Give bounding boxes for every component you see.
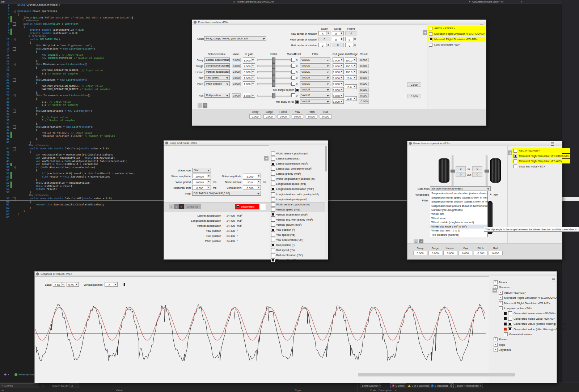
signal-checkbox[interactable]	[271, 253, 275, 257]
signal-checkbox[interactable]	[271, 228, 275, 232]
signal-checkbox[interactable]	[271, 197, 275, 201]
fold-marker[interactable]: -	[13, 78, 16, 82]
signal-checkbox[interactable]	[271, 187, 275, 191]
window-pose-from-suspension[interactable]: Pose from suspension <P2> 0 0 0 0 In Out…	[407, 141, 562, 260]
tree-item[interactable]: +Generated values	[504, 332, 532, 336]
menu-icon[interactable]	[551, 142, 554, 146]
h-scrollbar-thumb[interactable]	[358, 373, 515, 376]
wheelbase-spinner[interactable]	[489, 192, 493, 197]
filter-combo[interactable]: VALUE	[300, 81, 330, 86]
in-gain-spin[interactable]: 8.000	[243, 69, 255, 74]
errorlist-col-description[interactable]: Description	[379, 389, 392, 392]
run-icon[interactable]	[4, 373, 7, 376]
titlebar[interactable]: Loop and noise <S0>	[164, 141, 328, 146]
dropdown-item[interactable]: Suspension travel speed (values shown in…	[430, 195, 487, 199]
tree-item[interactable]: Generated value (after filtering) <S0.VF…	[504, 327, 566, 331]
record-button[interactable]	[179, 204, 184, 209]
collapse-panel-button[interactable]: ◀	[264, 156, 269, 161]
reset-value[interactable]: 0	[295, 94, 299, 97]
menu-icon[interactable]	[552, 278, 555, 281]
field-spin[interactable]: 0.000	[243, 185, 261, 190]
source-checkbox[interactable]	[429, 38, 432, 41]
signal-checkbox[interactable]	[271, 248, 275, 252]
disconnect-checkbox[interactable]	[236, 205, 240, 208]
window-graphics-of-values[interactable]: Graphics of values <V1> Scale 0.20 5.00 …	[34, 271, 557, 383]
filter-combo[interactable]: VALUE	[300, 57, 330, 62]
source-item[interactable]: ABC!!! <S2REE>	[428, 26, 486, 31]
menu-icon[interactable]	[480, 22, 483, 25]
rotation-value-spin[interactable]: 0	[345, 43, 357, 47]
nav-arrows[interactable]: ‹ ›	[42, 384, 44, 388]
signal-checkbox[interactable]	[271, 223, 275, 227]
window-loop-and-noise[interactable]: Loop and noise <S0> Wave typeSineWave am…	[164, 140, 328, 260]
errors-filter-button[interactable]: ✕0 Errors	[390, 383, 406, 388]
out-gain-spin[interactable]: 1.000	[333, 99, 344, 104]
in-gain-spin[interactable]: 8.000	[243, 57, 255, 62]
selected-value-combo[interactable]: Lateral acceleration	[204, 57, 230, 62]
series-checkbox[interactable]	[508, 317, 512, 321]
out-gain-spin[interactable]: 1.000	[333, 69, 344, 74]
rotation-value-spin[interactable]: 0	[318, 31, 330, 35]
dropdown-item[interactable]: Suspension travel position (values shown…	[430, 200, 487, 204]
titlebar[interactable]: Pose from motion <P0>	[192, 20, 486, 25]
reset-value[interactable]: 0	[295, 82, 299, 86]
dropdown-item[interactable]: Tire pressure (flat tires)	[430, 233, 487, 237]
messages-filter-button[interactable]: i0 Messages	[429, 383, 450, 388]
warnings-filter-button[interactable]: 0 of 3 Warnings	[406, 383, 431, 388]
selected-value-combo[interactable]: Vertical acceleration	[204, 69, 230, 74]
in-gain-spin[interactable]: 8.000	[243, 63, 255, 68]
watch-col-value[interactable]: Value	[116, 389, 123, 392]
tree-item[interactable]: -Loop and noise <S0>	[499, 306, 532, 310]
tree-item[interactable]: Generated value (before filtering) <S0.V…	[504, 322, 566, 326]
nav-project[interactable]: over	[1, 0, 5, 3]
chevron-down-icon[interactable]: ▾	[521, 0, 522, 3]
fold-marker[interactable]: -	[13, 22, 16, 26]
disconnect-button[interactable]: Disconnect	[235, 204, 259, 209]
window-pose-from-motion[interactable]: Pose from motion <P0> Order Sway, surge,…	[192, 20, 486, 126]
series-checkbox[interactable]	[508, 322, 512, 326]
error-scope-dropdown[interactable]: Entire Solution▾	[360, 383, 381, 388]
signal-checkbox[interactable]	[271, 233, 275, 237]
source-item[interactable]: Loop and noise <S0>	[512, 164, 570, 169]
dropdown-item[interactable]: Wheel slip ratio (-1 to 1)	[430, 229, 487, 233]
errorlist-col-code[interactable]: Code	[370, 389, 376, 392]
tree-item[interactable]: +Poses	[494, 337, 507, 341]
limit-range-spin[interactable]: 100.0	[345, 69, 357, 74]
titlebar[interactable]: Pose from suspension <P2>	[407, 141, 562, 146]
source-checkbox[interactable]	[514, 159, 517, 163]
tree-expander[interactable]: -	[499, 306, 503, 310]
tree-item[interactable]: +Microsoft Flight Simulator <FS.AIR>	[499, 301, 550, 305]
dropdown-item[interactable]: Surface type (roughtness)	[430, 208, 487, 212]
tree-item[interactable]: +Rigs	[494, 343, 505, 347]
search-input[interactable]: h (Ctrl+E)	[0, 383, 39, 388]
data-from-combo[interactable]: Surface type (roughtness)	[430, 186, 491, 191]
mix-checkbox[interactable]	[295, 88, 299, 92]
out-gain-spin[interactable]: 1.000	[333, 87, 344, 92]
dropdown-item[interactable]: Wheel rumble (roughtness amount)	[430, 220, 487, 224]
signal-checkbox[interactable]	[271, 213, 275, 217]
inout-slider[interactable]	[257, 77, 291, 79]
dropdown-item[interactable]: Wheel slip angle (-90° to 90°)	[430, 225, 487, 229]
wave-type-combo[interactable]: Sine	[192, 168, 211, 172]
dropdown-item[interactable]: Suspension load (values shown in Newtons…	[430, 204, 487, 208]
signal-checkbox[interactable]	[271, 152, 275, 155]
signal-checkbox[interactable]	[271, 208, 275, 212]
limit-range-spin[interactable]: 100.0	[345, 63, 357, 68]
collapse-panel-button[interactable]: ◀	[493, 288, 497, 293]
field-spin[interactable]: 0.000	[192, 185, 211, 190]
collapse-up-button[interactable]: ▲	[198, 103, 202, 108]
signal-checkbox[interactable]	[271, 182, 275, 186]
source-item[interactable]: Microsoft Flight Simulator <FS.AIR>	[428, 37, 486, 42]
signal-checkbox[interactable]	[271, 172, 275, 176]
out-gain-spin[interactable]: 1.000	[333, 63, 344, 68]
selected-value-combo[interactable]: Yaw speed	[204, 75, 230, 80]
series-checkbox[interactable]	[508, 327, 512, 331]
search-icon[interactable]	[449, 383, 454, 388]
tree-expander[interactable]: +	[499, 291, 503, 295]
signal-checkbox[interactable]	[271, 192, 275, 196]
help-button[interactable]: ?	[203, 103, 207, 108]
rotation-value-spin[interactable]: 0	[332, 31, 344, 35]
tree-expander[interactable]: +	[494, 348, 498, 352]
tree-expander[interactable]: +	[494, 280, 498, 284]
left-suspension-slider[interactable]	[452, 155, 453, 187]
